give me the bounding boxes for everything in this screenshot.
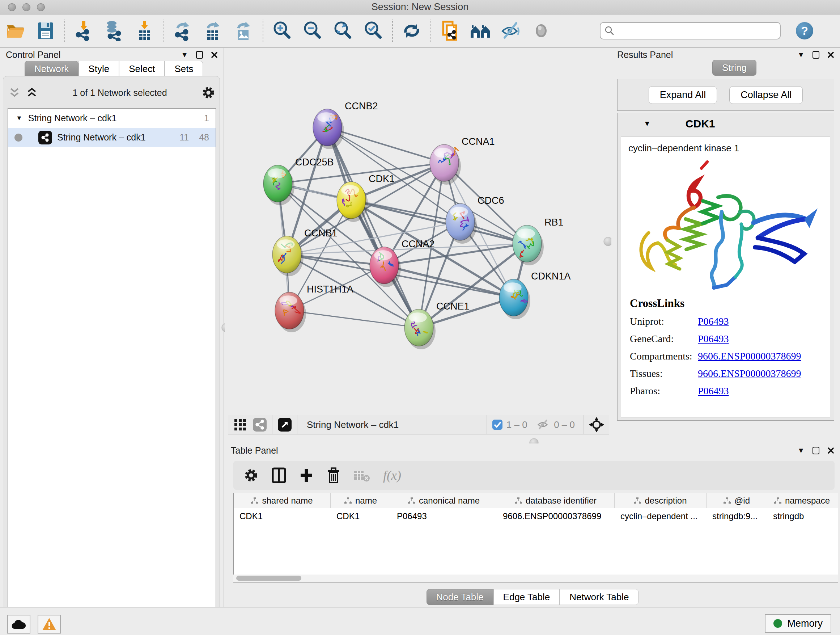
table-horizontal-scrollbar[interactable] [233, 575, 838, 582]
gene-header[interactable]: ▼ CDK1 [617, 113, 834, 134]
close-panel-icon[interactable] [827, 447, 834, 454]
table-row[interactable]: CDK1CDK1P064939606.ENSP00000378699cyclin… [234, 508, 838, 524]
cell[interactable]: CDK1 [331, 508, 391, 524]
toggle-view-icon[interactable] [530, 19, 553, 42]
cloud-button[interactable] [7, 615, 30, 633]
column-header-shared-name[interactable]: shared name [234, 493, 331, 508]
gene-symbol: CDK1 [685, 118, 715, 130]
save-session-icon[interactable] [34, 19, 57, 42]
export-network-icon[interactable] [172, 19, 194, 42]
close-window-icon[interactable] [8, 3, 16, 11]
column-type-icon [251, 497, 258, 504]
node-table[interactable]: shared namenamecanonical namedatabase id… [233, 493, 838, 583]
export-table-icon[interactable] [202, 19, 225, 42]
column-header-namespace[interactable]: namespace [767, 493, 837, 508]
minimize-window-icon[interactable] [22, 3, 30, 11]
node-ccnb1[interactable]: CCNB1 [272, 228, 338, 276]
gear-icon[interactable] [202, 86, 215, 100]
import-network-database-icon[interactable] [103, 19, 126, 42]
network-row[interactable]: String Network – cdk1 11 48 [8, 128, 216, 147]
node-rb1[interactable]: RB1 [513, 217, 564, 265]
warning-button[interactable] [38, 615, 61, 633]
collapse-panel-icon[interactable]: ▼ [797, 447, 805, 455]
column-header-name[interactable]: name [331, 493, 391, 508]
node-ccna1[interactable]: CCNA1 [430, 136, 495, 185]
column-header-database-identifier[interactable]: database identifier [497, 493, 615, 508]
edge-ccnb2-ccne1[interactable] [327, 127, 419, 328]
search-field[interactable] [615, 25, 771, 36]
network-badge-icon[interactable] [253, 417, 267, 432]
expand-all-button[interactable]: Expand All [649, 86, 717, 104]
compartments-link[interactable]: 9606.ENSP00000378699 [698, 350, 801, 362]
cell[interactable]: cyclin–dependent ... [615, 508, 706, 524]
add-column-icon[interactable] [299, 467, 314, 483]
tissues-link[interactable]: 9606.ENSP00000378699 [698, 368, 801, 379]
collapse-all-icon[interactable] [8, 87, 21, 98]
hide-unhide-icon[interactable] [500, 19, 522, 42]
home-networks-icon[interactable] [469, 19, 492, 42]
network-collection-row[interactable]: ▼ String Network – cdk1 1 [8, 109, 216, 128]
edge-hist1h1a-ccne1[interactable] [289, 310, 419, 328]
float-panel-icon[interactable] [813, 447, 819, 454]
node-ccnb2[interactable]: CCNB2 [313, 101, 378, 149]
fit-content-icon[interactable] [332, 19, 354, 42]
refresh-icon[interactable] [401, 19, 423, 42]
function-builder-icon[interactable]: f(x) [383, 468, 401, 483]
scrollbar-thumb[interactable] [236, 576, 302, 581]
import-network-file-icon[interactable] [73, 19, 95, 42]
edge-ccnb2-ccna1[interactable] [327, 127, 444, 163]
float-panel-icon[interactable] [813, 51, 819, 59]
node-label-ccna1: CCNA1 [462, 136, 495, 147]
collection-expander-icon[interactable]: ▼ [16, 114, 22, 122]
network-canvas[interactable]: CCNB2CCNA1CDC25BCDK1CDC6RB1CCNB1CCNA2CDK… [228, 48, 609, 415]
zoom-in-icon[interactable] [271, 19, 294, 42]
tab-string[interactable]: String [712, 60, 756, 76]
cell[interactable]: stringdb [767, 508, 837, 524]
float-panel-icon[interactable] [196, 51, 203, 59]
expand-all-icon[interactable] [26, 87, 38, 98]
gear-icon[interactable] [243, 468, 259, 483]
uniprot-link[interactable]: P06493 [698, 316, 729, 327]
cell[interactable]: stringdb:9... [706, 508, 767, 524]
delete-column-icon[interactable] [327, 467, 340, 484]
cell[interactable]: P06493 [391, 508, 497, 524]
collapse-panel-icon[interactable]: ▼ [181, 51, 188, 59]
pharos-link[interactable]: P06493 [698, 385, 729, 397]
tab-network-table[interactable]: Network Table [560, 589, 638, 605]
tab-network[interactable]: Network [25, 61, 79, 77]
zoom-selected-icon[interactable] [362, 19, 385, 42]
close-panel-icon[interactable] [211, 51, 218, 58]
node-hist1h1a[interactable]: HIST1H1A [275, 284, 354, 333]
search-input[interactable] [600, 22, 781, 40]
column-header-canonical-name[interactable]: canonical name [391, 493, 497, 508]
cell[interactable]: 9606.ENSP00000378699 [497, 508, 615, 524]
node-cdkn1a[interactable]: CDKN1A [499, 271, 571, 319]
tab-sets[interactable]: Sets [164, 61, 203, 77]
close-panel-icon[interactable] [827, 51, 834, 58]
collapse-panel-icon[interactable]: ▼ [797, 51, 805, 59]
zoom-out-icon[interactable] [302, 19, 324, 42]
open-session-icon[interactable] [4, 19, 27, 42]
help-icon[interactable]: ? [796, 22, 813, 40]
tab-style[interactable]: Style [79, 61, 119, 77]
column-header--id[interactable]: @id [706, 493, 767, 508]
birdseye-view-icon[interactable] [278, 417, 292, 432]
genecard-link[interactable]: P06493 [698, 333, 729, 345]
import-table-file-icon[interactable] [134, 19, 156, 42]
cell[interactable]: CDK1 [234, 508, 331, 524]
show-columns-icon[interactable] [272, 467, 286, 483]
export-image-icon[interactable] [233, 19, 255, 42]
grid-view-icon[interactable] [233, 417, 248, 432]
node-ccne1[interactable]: CCNE1 [404, 301, 470, 349]
tab-select[interactable]: Select [119, 61, 164, 77]
tab-node-table[interactable]: Node Table [426, 589, 493, 605]
tab-edge-table[interactable]: Edge Table [493, 589, 560, 605]
column-header-description[interactable]: description [615, 493, 706, 508]
fit-selected-crosshair-icon[interactable] [589, 417, 604, 432]
memory-button[interactable]: Memory [765, 614, 831, 633]
string-import-icon[interactable] [439, 19, 461, 42]
gene-expander-icon[interactable]: ▼ [644, 119, 651, 128]
maximize-window-icon[interactable] [37, 3, 45, 11]
delete-table-icon[interactable] [354, 469, 370, 482]
collapse-all-button[interactable]: Collapse All [729, 86, 803, 104]
